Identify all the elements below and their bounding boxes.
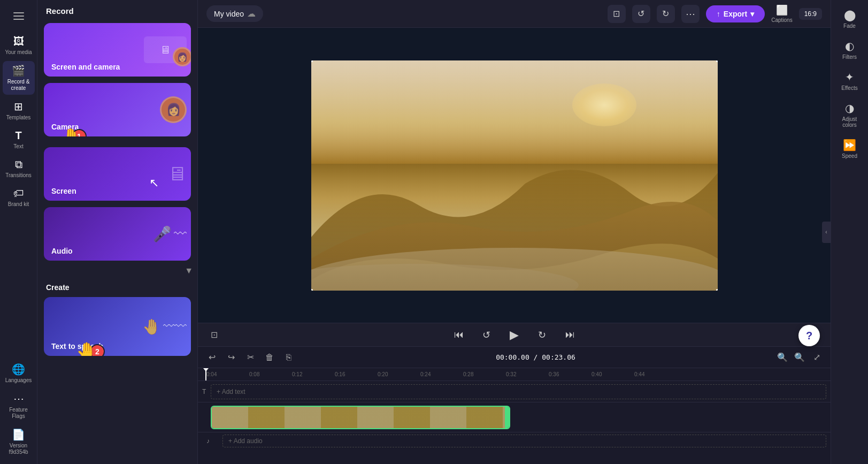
ruler-mark-1: 0:08: [249, 371, 292, 377]
screen-and-camera-card[interactable]: Screen and camera 🖥 👩: [44, 23, 191, 77]
right-panel-effects[interactable]: ✦ Effects: [834, 66, 866, 95]
video-track-container: [211, 404, 826, 431]
templates-icon: ⊞: [14, 100, 23, 113]
scroll-down-arrow[interactable]: ▼: [185, 266, 193, 276]
sidebar-item-version[interactable]: 📄 Versionf9d354b: [3, 425, 35, 459]
timeline-undo-button[interactable]: ↩: [204, 350, 219, 365]
sidebar-item-record-create[interactable]: 🎬 Record &create: [3, 61, 35, 95]
sidebar-item-feature-flags[interactable]: ⋯ FeatureFlags: [3, 389, 35, 423]
ruler-mark-5: 0:24: [420, 371, 463, 377]
redo-button[interactable]: ↻: [657, 5, 675, 23]
project-name-text: My video: [214, 10, 244, 18]
sidebar-item-brand-kit[interactable]: 🏷 Brand kit: [3, 184, 35, 211]
record-section-header: Record: [37, 0, 197, 20]
text-track: T + Add text: [198, 381, 831, 402]
collapse-panel-button[interactable]: ‹: [822, 222, 831, 243]
video-track-end-handle[interactable]: [505, 407, 509, 428]
add-text-button[interactable]: + Add text: [211, 384, 826, 399]
right-panel-fade[interactable]: ⬤ Fade: [834, 4, 866, 33]
sidebar-item-text[interactable]: T Text: [3, 126, 35, 153]
more-options-button[interactable]: ⋯: [681, 5, 700, 23]
captions-icon: ⬜: [776, 4, 788, 16]
effects-icon: ✦: [845, 71, 854, 83]
filters-icon: ◐: [845, 40, 854, 52]
timeline-copy-button[interactable]: ⎘: [281, 350, 296, 365]
sidebar-item-languages[interactable]: 🌐 Languages: [3, 360, 35, 387]
right-panel-filters[interactable]: ◐ Filters: [834, 35, 866, 64]
hamburger-button[interactable]: [3, 5, 35, 27]
right-panel-adjust-colors[interactable]: ◑ Adjustcolors: [834, 97, 866, 132]
record-panel: Record Screen and camera 🖥 👩 Camera 👩 🤚: [37, 0, 198, 464]
canvas-area[interactable]: [198, 28, 831, 323]
undo-button[interactable]: ↺: [632, 5, 650, 23]
sidebar-item-your-media[interactable]: 🖼 Your media: [3, 32, 35, 59]
crop-toggle-button[interactable]: ⊡: [205, 326, 222, 344]
timeline-area: ↩ ↪ ✂ 🗑 ⎘ 00:00.00 / 00:23.06 🔍 🔍 ⤢ 0:04…: [198, 346, 831, 464]
expand-timeline-button[interactable]: ⤢: [809, 350, 824, 365]
tts-decoration: 🤚 〰〰: [103, 297, 191, 356]
timeline-delete-button[interactable]: 🗑: [262, 350, 277, 365]
zoom-controls: 🔍 🔍 ⤢: [775, 350, 824, 365]
badge-2: 2: [90, 344, 105, 356]
ruler-mark-8: 0:36: [549, 371, 592, 377]
adjust-colors-icon: ◑: [845, 102, 854, 115]
export-button[interactable]: ↑ Export ▾: [706, 5, 765, 22]
playhead[interactable]: [205, 368, 206, 381]
panel-scroll-indicator: ▼: [37, 264, 197, 278]
forward-button[interactable]: ↻: [534, 326, 551, 344]
main-content: My video ☁ ⊡ ↺ ↻ ⋯ ↑ Export ▾ ⬜ Captions…: [198, 0, 831, 464]
video-track-thumbnails: [212, 407, 505, 428]
rewind-button[interactable]: ↺: [478, 326, 495, 344]
play-button[interactable]: ▶: [506, 326, 523, 344]
left-sidebar: 🖼 Your media 🎬 Record &create ⊞ Template…: [0, 0, 37, 464]
sidebar-item-templates[interactable]: ⊞ Templates: [3, 97, 35, 124]
version-icon: 📄: [12, 428, 25, 441]
audio-note-icon: ♪: [206, 437, 210, 445]
video-frame: [311, 60, 718, 291]
aspect-ratio-button[interactable]: 16:9: [799, 8, 822, 20]
cloud-icon: ☁: [247, 9, 256, 19]
video-track[interactable]: [211, 406, 510, 429]
video-canvas: [311, 60, 718, 291]
ruler-mark-2: 0:12: [292, 371, 335, 377]
ruler-mark-6: 0:28: [463, 371, 506, 377]
audio-decoration: 🎤 〰: [103, 207, 191, 261]
sidebar-item-transitions[interactable]: ⧉ Transitions: [3, 155, 35, 182]
right-panel-speed[interactable]: ⏩ Speed: [834, 134, 866, 163]
brand-kit-icon: 🏷: [13, 187, 24, 200]
text-icon: T: [15, 130, 21, 142]
skip-back-button[interactable]: ⏮: [450, 326, 467, 344]
text-track-icon: T: [202, 388, 211, 395]
timeline-redo-button[interactable]: ↪: [224, 350, 239, 365]
text-to-speech-card[interactable]: Text to speech 🤚 〰〰 🤚 2: [44, 297, 191, 356]
add-audio-button[interactable]: + Add audio: [222, 435, 826, 447]
help-button[interactable]: ?: [798, 325, 820, 346]
top-bar: My video ☁ ⊡ ↺ ↻ ⋯ ↑ Export ▾ ⬜ Captions…: [198, 0, 831, 28]
zoom-out-button[interactable]: 🔍: [775, 350, 790, 365]
ruler-marks: 0:04 0:08 0:12 0:16 0:20 0:24 0:28 0:32 …: [206, 368, 831, 381]
timeline-scroll[interactable]: 0:04 0:08 0:12 0:16 0:20 0:24 0:28 0:32 …: [198, 368, 831, 464]
camera-card[interactable]: Camera 👩 🤚 1: [44, 83, 191, 136]
screen-and-camera-label: Screen and camera: [51, 63, 120, 71]
skip-next-button[interactable]: ⏭: [562, 326, 579, 344]
export-arrow-icon: ↑: [717, 10, 720, 18]
your-media-icon: 🖼: [13, 35, 24, 48]
audio-card[interactable]: Audio 🎤 〰: [44, 207, 191, 261]
languages-icon: 🌐: [12, 363, 25, 376]
right-panel: ‹ ⬤ Fade ◐ Filters ✦ Effects ◑ Adjustcol…: [831, 0, 868, 464]
screen-decoration: 🖥: [103, 147, 191, 201]
timeline-scissors-button[interactable]: ✂: [243, 350, 258, 365]
audio-track-row: ♪ + Add audio: [198, 432, 831, 450]
captions-button[interactable]: ⬜ Captions: [771, 4, 792, 23]
crop-button[interactable]: ⊡: [608, 5, 626, 23]
timeline-toolbar: ↩ ↪ ✂ 🗑 ⎘ 00:00.00 / 00:23.06 🔍 🔍 ⤢: [198, 347, 831, 368]
transitions-icon: ⧉: [15, 158, 22, 171]
record-create-icon: 🎬: [12, 64, 25, 77]
screen-card[interactable]: Screen 🖥 ↖: [44, 147, 191, 201]
ruler-mark-4: 0:20: [378, 371, 420, 377]
ruler-mark-0: 0:04: [206, 371, 249, 377]
project-name-button[interactable]: My video ☁: [206, 5, 263, 22]
time-display: 00:00.00 / 00:23.06: [301, 353, 771, 361]
zoom-in-button[interactable]: 🔍: [792, 350, 807, 365]
ruler-mark-9: 0:40: [592, 371, 634, 377]
